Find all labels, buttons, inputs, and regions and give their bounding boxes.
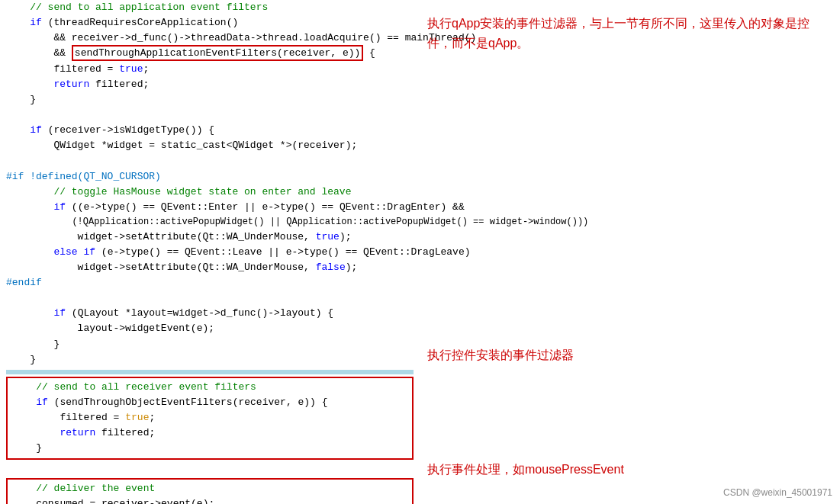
code-line-4: && sendThroughApplicationEventFilters(re… bbox=[6, 46, 414, 61]
code-line-18: widget->setAttribute(Qt::WA_UnderMouse, … bbox=[6, 260, 414, 275]
code-line-2: if (threadRequiresCoreApplication() bbox=[6, 15, 414, 30]
code-line-23: } bbox=[6, 337, 414, 352]
receiver-filter-block: // send to all receiver event filters if… bbox=[6, 377, 414, 460]
annotation-area: 执行qApp安装的事件过滤器，与上一节有所不同，这里传入的对象是控件，而不是qA… bbox=[423, 0, 840, 504]
code-line-22: layout->widgetEvent(e); bbox=[6, 321, 414, 336]
code-line-26: // send to all receiver event filters bbox=[12, 380, 407, 395]
code-line-24: } bbox=[6, 352, 414, 368]
annotation-1: 执行qApp安装的事件过滤器，与上一节有所不同，这里传入的对象是控件，而不是qA… bbox=[427, 14, 824, 54]
annotation-3: 执行事件处理，如mousePressEvent bbox=[427, 460, 824, 480]
deliver-event-block: // deliver the event consumed = receiver… bbox=[6, 478, 414, 504]
code-line-14: if ((e->type() == QEvent::Enter || e->ty… bbox=[6, 200, 414, 215]
code-line-32: // deliver the event bbox=[12, 481, 407, 496]
code-line-19: #endif bbox=[6, 275, 414, 291]
code-line-blank4 bbox=[6, 461, 414, 477]
code-line-27: if (sendThroughObjectEventFilters(receiv… bbox=[12, 395, 407, 410]
code-line-blank1 bbox=[6, 108, 414, 123]
code-line-13: // toggle HasMouse widget state on enter… bbox=[6, 185, 414, 200]
code-line-9: if (receiver->isWidgetType()) { bbox=[6, 123, 414, 138]
code-line-blank3 bbox=[6, 291, 414, 306]
comment-text-1: // send to all application event filters bbox=[30, 2, 268, 13]
annotation-2: 执行控件安装的事件过滤器 bbox=[427, 345, 824, 365]
annotation-2-text: 执行控件安装的事件过滤器 bbox=[427, 348, 574, 361]
code-line-29: return filtered; bbox=[12, 425, 407, 441]
code-line-5: filtered = true; bbox=[6, 62, 414, 77]
code-line-21: if (QLayout *layout=widget->d_func()->la… bbox=[6, 306, 414, 321]
code-line-6: return filtered; bbox=[6, 77, 414, 92]
code-line-17: else if (e->type() == QEvent::Leave || e… bbox=[6, 245, 414, 260]
code-line-15: (!QApplication::activePopupWidget() || Q… bbox=[6, 215, 414, 230]
code-line-16: widget->setAttribute(Qt::WA_UnderMouse, … bbox=[6, 230, 414, 245]
code-line-30: } bbox=[12, 441, 407, 456]
main-container: // send to all application event filters… bbox=[0, 0, 840, 504]
code-line-3: && receiver->d_func()->threadData->threa… bbox=[6, 30, 414, 46]
code-line-1: // send to all application event filters bbox=[6, 0, 414, 15]
code-area: // send to all application event filters… bbox=[0, 0, 420, 504]
code-line-28: filtered = true; bbox=[12, 410, 407, 425]
section-divider bbox=[6, 370, 414, 374]
csdn-label: CSDN @weixin_45001971 bbox=[723, 487, 832, 498]
code-line-7: } bbox=[6, 92, 414, 108]
code-line-10: QWidget *widget = static_cast<QWidget *>… bbox=[6, 138, 414, 153]
annotation-1-text: 执行qApp安装的事件过滤器，与上一节有所不同，这里传入的对象是控件，而不是qA… bbox=[427, 17, 809, 50]
code-line-12: #if !defined(QT_NO_CURSOR) bbox=[6, 169, 414, 185]
annotation-3-text: 执行事件处理，如mousePressEvent bbox=[427, 463, 624, 476]
code-line-33: consumed = receiver->event(e); bbox=[12, 496, 407, 504]
code-line-blank2 bbox=[6, 153, 414, 169]
